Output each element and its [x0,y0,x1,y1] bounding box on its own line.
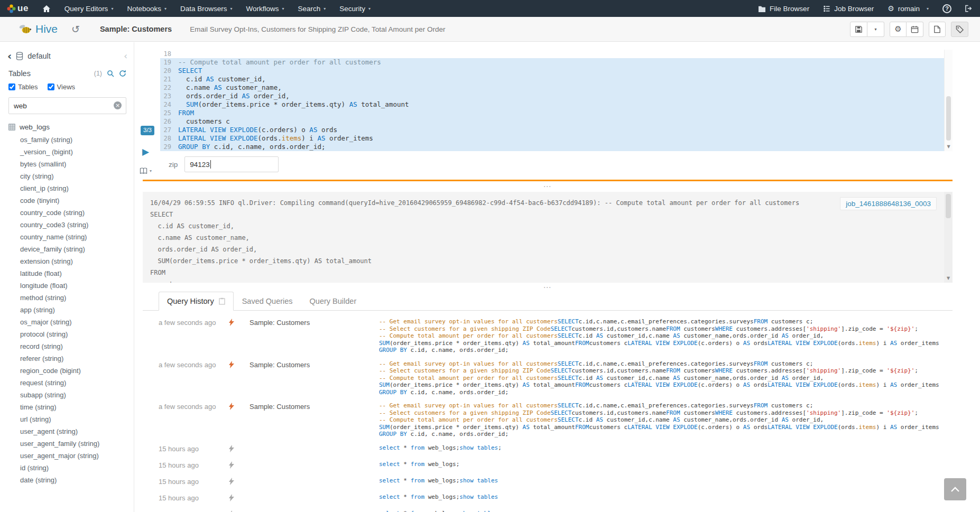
new-document-button[interactable] [929,22,946,37]
line-number: 29 [160,143,178,151]
variables-button[interactable]: ▾ [140,167,152,174]
job-link[interactable]: job_1461888648136_0003 [840,197,937,210]
menu-query-editors[interactable]: Query Editors▾ [58,0,121,17]
schedule-button[interactable] [907,22,923,37]
editor-line[interactable]: 20SELECT [160,67,953,75]
column-item[interactable]: os_major (string) [0,316,134,328]
scroll-to-top-button[interactable] [944,478,966,500]
filter-tables-checkbox[interactable] [8,83,15,90]
column-item[interactable]: user_agent_major (string) [0,450,134,462]
tab-saved-queries[interactable]: Saved Queries [234,292,301,311]
scroll-down-icon[interactable]: ▼ [944,274,953,282]
column-item[interactable]: user_agent (string) [0,425,134,437]
column-item[interactable]: extension (string) [0,255,134,267]
column-item[interactable]: country_code3 (string) [0,219,134,231]
editor-line[interactable]: 22 c.name AS customer_name, [160,83,953,92]
menu-security[interactable]: Security▾ [332,0,377,17]
table-filter-input[interactable] [8,97,126,114]
sql-editor[interactable]: 1819-- Compute total amount per order fo… [160,50,953,151]
tab-query-builder[interactable]: Query Builder [301,292,365,311]
collapse-assist-icon[interactable]: ‹ [124,52,127,61]
save-options-button[interactable]: ▾ [867,22,884,37]
column-item[interactable]: _version_ (bigint) [0,146,134,158]
editor-line[interactable]: 29GROUP BY c.id, c.name, ords.order_id; [160,143,953,151]
history-row[interactable]: 15 hours agoselect * from web_logs;show … [143,441,953,458]
table-search-button[interactable] [107,70,114,77]
help-button[interactable]: ? [936,0,958,17]
column-item[interactable]: referer (string) [0,352,134,365]
history-row[interactable]: a few seconds agoSample: Customers-- Get… [143,399,953,441]
column-item[interactable]: time (string) [0,401,134,413]
editor-line[interactable]: 24 SUM(order_items.price * order_items.q… [160,100,953,109]
scrollbar-thumb[interactable] [946,96,951,141]
editor-line[interactable]: 28LATERAL VIEW EXPLODE(ords.items) i AS … [160,134,953,143]
database-name[interactable]: default [27,52,51,60]
column-item[interactable]: country_name (string) [0,231,134,243]
column-item[interactable]: client_ip (string) [0,182,134,194]
history-row[interactable]: a few seconds agoSample: Customers-- Get… [143,357,953,399]
job-browser-link[interactable]: Job Browser [816,0,881,17]
menu-data-browsers[interactable]: Data Browsers▾ [173,0,239,17]
column-item[interactable]: code (tinyint) [0,194,134,207]
column-item[interactable]: os_family (string) [0,134,134,146]
logout-button[interactable] [958,0,980,17]
scroll-down-icon[interactable]: ▼ [945,143,953,151]
resize-handle-icon[interactable]: ⋯ [143,184,953,190]
user-menu[interactable]: ⚙ romain ▾ [881,0,936,17]
column-item[interactable]: subapp (string) [0,389,134,401]
column-item[interactable]: request (string) [0,377,134,389]
log-line: SELECT [150,209,945,220]
column-item[interactable]: url (string) [0,413,134,425]
back-icon[interactable]: ‹ [7,51,12,61]
table-item-web-logs[interactable]: web_logs [0,119,134,134]
clear-search-icon[interactable]: × [114,101,122,109]
file-browser-link[interactable]: File Browser [751,0,816,17]
column-item[interactable]: method (string) [0,292,134,304]
column-item[interactable]: device_family (string) [0,243,134,255]
tab-query-history[interactable]: Query History [159,292,234,311]
editor-line[interactable]: 25FROM [160,109,953,117]
hue-logo[interactable]: ue [0,0,35,17]
column-item[interactable]: user_agent_family (string) [0,437,134,450]
brand-text: ue [17,3,29,14]
column-item[interactable]: app (string) [0,304,134,316]
column-item[interactable]: date (string) [0,474,134,486]
editor-line[interactable]: 19-- Compute total amount per order for … [160,58,953,67]
column-item[interactable]: record (string) [0,340,134,352]
log-panel[interactable]: 16/04/29 06:59:55 INFO ql.Driver: Compil… [143,192,953,283]
execute-button[interactable]: ▶ [142,147,149,156]
editor-line[interactable]: 21 c.id AS customer_id, [160,75,953,83]
menu-notebooks[interactable]: Notebooks▾ [120,0,173,17]
editor-scrollbar[interactable]: ▼ [944,50,953,151]
menu-workflows[interactable]: Workflows▾ [239,0,291,17]
home-button[interactable] [35,0,58,17]
filter-views-checkbox[interactable] [48,83,54,90]
history-row[interactable]: 15 hours agoselect * from web_logs;show … [143,507,953,512]
menu-search[interactable]: Search▾ [291,0,333,17]
column-item[interactable]: latitude (float) [0,267,134,280]
log-scrollbar[interactable]: ▼ [944,192,953,283]
column-item[interactable]: longitude (float) [0,280,134,292]
editor-line[interactable]: 26 customers c [160,117,953,126]
column-item[interactable]: country_code (string) [0,207,134,219]
column-item[interactable]: protocol (string) [0,328,134,340]
save-button[interactable] [850,22,867,37]
history-row[interactable]: 15 hours agoselect * from web_logs;show … [143,474,953,490]
editor-line[interactable]: 27LATERAL VIEW EXPLODE(c.orders) o AS or… [160,126,953,134]
editor-line[interactable]: 18 [160,50,953,58]
editor-line[interactable]: 23 ords.order_id AS order_id, [160,92,953,100]
settings-button[interactable]: ⚙ [890,22,907,37]
scrollbar-thumb[interactable] [946,194,951,218]
column-item[interactable]: city (string) [0,170,134,182]
column-item[interactable]: id (string) [0,462,134,474]
history-row[interactable]: 15 hours agoselect * from web_logs;show … [143,490,953,507]
history-row[interactable]: a few seconds agoSample: Customers-- Get… [143,315,953,357]
app-name[interactable]: Hive [35,23,58,35]
variable-input[interactable]: 94123 [184,156,279,172]
column-item[interactable]: bytes (smallint) [0,158,134,170]
history-row[interactable]: 15 hours agoselect * from web_logs; [143,458,953,474]
tags-button[interactable] [951,22,968,37]
column-item[interactable]: region_code (bigint) [0,365,134,377]
query-history-icon[interactable]: ↺ [71,23,80,35]
refresh-button[interactable] [119,70,126,77]
